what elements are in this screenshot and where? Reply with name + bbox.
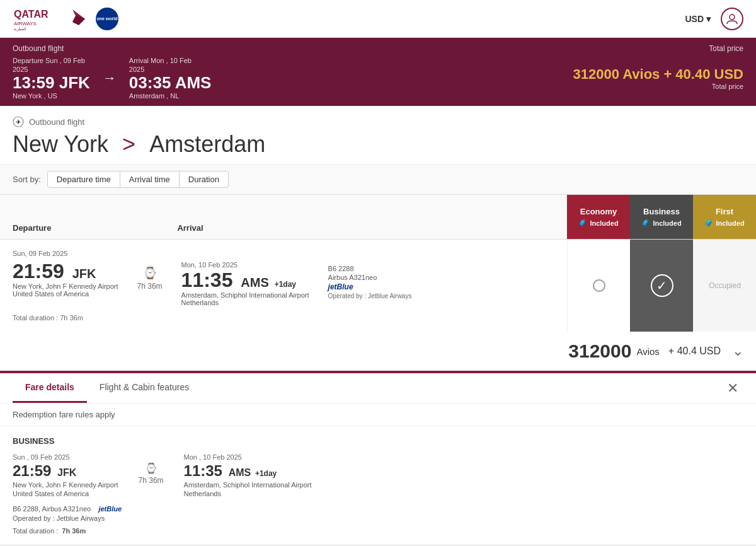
flight-main-info: Sun, 09 Feb 2025 21:59 JFK New York, Joh… — [0, 240, 567, 332]
business-bag-icon: 🧳 — [641, 219, 650, 227]
sort-by-label: Sort by: — [13, 175, 41, 184]
departure-year: 2025 — [13, 66, 90, 73]
fare-dep-col: Sun , 09 Feb 2025 21:59 JFK New York, Jo… — [13, 453, 118, 497]
departure-time-code: 13:59 JFK — [13, 74, 90, 91]
fare-duration-col: ⌚ 7h 36m — [129, 462, 174, 485]
arrival-city: Amsterdam , NL — [129, 92, 212, 100]
departure-info: Departure Sun , 09 Feb 2025 13:59 JFK Ne… — [13, 57, 211, 100]
svg-text:AIRWAYS: AIRWAYS — [14, 21, 37, 26]
economy-class-header: Economy 🧳 Included — [567, 195, 630, 239]
qatar-logo: QATAR AIRWAYS القطرية — [13, 6, 88, 32]
economy-included: 🧳 Included — [578, 219, 618, 227]
total-price-label: Total price — [709, 44, 743, 53]
fare-total-dur-row: Total duration : 7h 36m — [13, 527, 743, 535]
fare-duration: 7h 36m — [139, 476, 164, 485]
economy-bag-icon: 🧳 — [578, 219, 587, 227]
currency-selector[interactable]: USD ▾ — [685, 14, 711, 24]
departure-time: 13:59 — [13, 73, 55, 92]
arrival-col-header: Arrival — [177, 223, 203, 233]
flight-arrow: → — [90, 70, 129, 86]
fare-clock-icon: ⌚ — [145, 462, 158, 474]
svg-text:القطرية: القطرية — [14, 27, 26, 32]
business-class-header: Business 🧳 Included — [630, 195, 693, 239]
price-row: 312000 Avios + 40.4 USD ⌄ — [0, 332, 756, 372]
economy-radio[interactable] — [593, 279, 605, 292]
arrival-col: Arrival Mon , 10 Feb 2025 03:35 AMS Amst… — [129, 57, 212, 100]
departure-date: Departure Sun , 09 Feb — [13, 57, 90, 64]
header: QATAR AIRWAYS القطرية one world USD ▾ — [0, 0, 756, 38]
flight-row: Sun, 09 Feb 2025 21:59 JFK New York, Joh… — [0, 240, 756, 332]
user-icon — [726, 13, 738, 25]
clock-icon: ⌚ — [143, 266, 157, 280]
route-arrow: > — [122, 131, 142, 157]
fare-details-panel: Fare details Flight & Cabin features ✕ R… — [0, 372, 756, 545]
chevron-down-icon: ▾ — [706, 14, 711, 24]
arrival-code: AMS — [175, 73, 212, 92]
svg-marker-1 — [72, 16, 85, 25]
sort-duration-button[interactable]: Duration — [180, 171, 229, 188]
header-right: USD ▾ — [685, 8, 743, 30]
arrival-year: 2025 — [129, 66, 212, 73]
departure-city: New York , US — [13, 92, 90, 100]
route-title: New York > Amsterdam — [13, 131, 743, 158]
oneworld-logo: one world — [96, 8, 118, 30]
flight-summary-bar: Outbound flight Total price Departure Su… — [0, 38, 756, 106]
flight-departure: 21:59 JFK New York, John F Kennedy Airpo… — [13, 261, 118, 298]
arrival-time-code: 03:35 AMS — [129, 74, 212, 91]
destination-city: Amsterdam — [149, 131, 265, 157]
flight-arrival: Mon, 10 Feb 2025 11:35 AMS +1day Amsterd… — [181, 261, 309, 306]
fare-arr-country: Netherlands — [184, 490, 312, 497]
cabin-features-tab[interactable]: Flight & Cabin features — [87, 373, 202, 403]
route-section: ✈ Outbound flight New York > Amsterdam — [0, 106, 756, 165]
duration-indicator: ⌚ 7h 36m — [118, 266, 181, 291]
arr-country: Netherlands — [181, 299, 309, 306]
business-label: Business — [643, 207, 680, 216]
dep-airport: New York, John F Kennedy Airport — [13, 282, 118, 290]
total-duration: Total duration : 7h 36m — [13, 314, 554, 322]
svg-text:QATAR: QATAR — [14, 9, 49, 20]
fare-jetblue-logo: jetBlue — [98, 505, 122, 513]
fare-dep-date: Sun , 09 Feb 2025 — [13, 453, 118, 461]
flight-results: Sun, 09 Feb 2025 21:59 JFK New York, Joh… — [0, 240, 756, 332]
arr-time-code: 11:35 AMS +1day — [181, 270, 309, 290]
outbound-label: Outbound flight — [13, 44, 64, 53]
plane-icon: ✈ — [13, 116, 24, 127]
fare-arr-col: Mon , 10 Feb 2025 11:35 AMS +1day Amster… — [184, 453, 312, 497]
outbound-flight-label: Outbound flight — [29, 117, 84, 127]
first-label: First — [716, 207, 733, 216]
fare-arr-date: Mon , 10 Feb 2025 — [184, 453, 312, 461]
header-left: QATAR AIRWAYS القطرية one world — [13, 6, 118, 32]
fare-details-tab[interactable]: Fare details — [13, 373, 87, 403]
svg-point-5 — [730, 15, 735, 20]
arr-code: AMS — [241, 276, 268, 289]
user-account-button[interactable] — [721, 8, 743, 30]
flight-details-side: B6 2288 Airbus A321neo jetBlue Operated … — [328, 261, 412, 299]
price-avios-amount: 312000 — [568, 340, 631, 362]
fare-tabs: Fare details Flight & Cabin features ✕ — [0, 373, 756, 404]
sort-arrival-button[interactable]: Arrival time — [120, 171, 180, 188]
arr-plus-day: +1day — [275, 280, 296, 289]
arr-airport: Amsterdam, Schiphol International Airpor… — [181, 291, 309, 299]
departure-col-header: Departure — [13, 223, 51, 233]
fare-dep-country: United States of America — [13, 490, 118, 497]
first-fare-cell: Occupied — [693, 240, 756, 332]
flight-arr-date: Mon, 10 Feb 2025 — [181, 261, 309, 269]
fare-total-dur-value: 7h 36m — [62, 527, 86, 535]
sort-departure-button[interactable]: Departure time — [47, 171, 120, 188]
fare-dep-time-code: 21:59 JFK — [13, 462, 118, 480]
dep-country: United States of America — [13, 290, 118, 298]
fare-rules-message: Redemption fare rules apply — [0, 404, 756, 426]
close-fare-details-button[interactable]: ✕ — [722, 375, 743, 402]
price-chevron-icon[interactable]: ⌄ — [732, 343, 743, 359]
business-fare-cell: ✓ — [630, 240, 693, 332]
fare-operated-by: Operated by : Jetblue Airways — [13, 514, 743, 522]
business-selected-check[interactable]: ✓ — [651, 274, 673, 297]
duration-text: 7h 36m — [137, 282, 163, 291]
operated-by: Operated by : Jetblue Airways — [328, 293, 412, 299]
fare-tab-group: Fare details Flight & Cabin features — [13, 373, 202, 403]
fare-flight-details: Sun , 09 Feb 2025 21:59 JFK New York, Jo… — [13, 453, 743, 497]
price-summary: 312000 Avios + 40.40 USD Total price — [573, 66, 744, 90]
occupied-label: Occupied — [709, 281, 741, 290]
flight-number: B6 2288 — [328, 265, 412, 272]
avios-total-price: 312000 Avios + 40.40 USD — [573, 66, 744, 83]
